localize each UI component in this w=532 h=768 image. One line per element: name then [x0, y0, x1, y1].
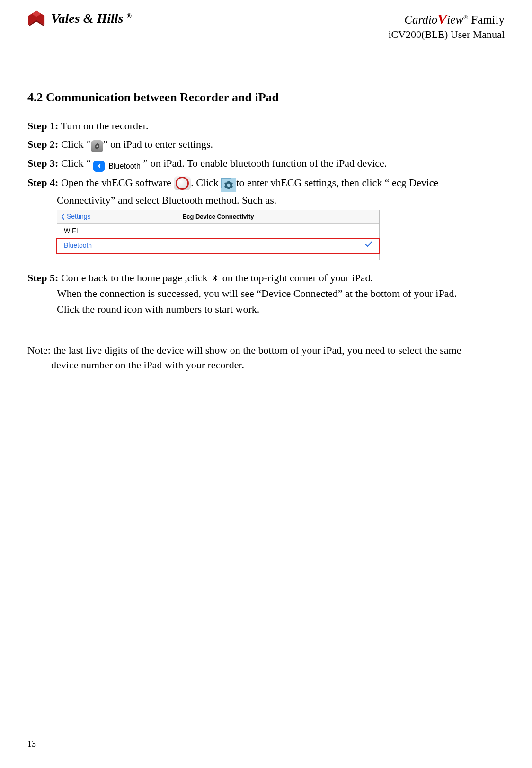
step2-pre: Click “ [58, 138, 90, 150]
screenshot-navbar: Settings Ecg Device Connectivity [57, 210, 379, 224]
chevron-left-icon [60, 214, 66, 220]
ios-settings-icon [91, 140, 103, 152]
step4-line2: Connectivity” and select Bluetooth metho… [27, 192, 505, 208]
step3-label: Step 3: [27, 157, 58, 169]
step5-line3: Click the round icon with numbers to sta… [27, 301, 505, 317]
product-reg: ® [463, 14, 468, 21]
step4-pre: Open the vhECG software [58, 177, 174, 188]
step4-label: Step 4: [27, 177, 58, 188]
step-5: Step 5: Come back to the home page ,clic… [27, 270, 505, 317]
brand-logo: Vales & Hills ® [27, 9, 132, 27]
svg-point-4 [96, 145, 98, 147]
back-label: Settings [67, 212, 91, 222]
page-number: 13 [27, 739, 36, 749]
product-prefix: Cardio [404, 13, 437, 26]
back-to-settings[interactable]: Settings [57, 212, 91, 222]
brand-regmark: ® [126, 12, 131, 19]
bluetooth-option-row[interactable]: Bluetooth [57, 239, 379, 253]
step4-post: to enter vhECG settings, then click “ ec… [236, 177, 438, 188]
step3-pre: Click “ [58, 157, 93, 169]
step2-label: Step 2: [27, 138, 58, 150]
wifi-option-label: WIFI [64, 226, 78, 236]
step3-post: ” on iPad. To enable bluetooth function … [141, 157, 387, 169]
note-line2: device number on the iPad with your reco… [27, 357, 505, 373]
step-1: Step 1: Turn on the recorder. [27, 118, 505, 134]
page-header: Vales & Hills ® CardioView® Family iCV20… [27, 9, 505, 45]
step4-mid: . Click [191, 177, 221, 188]
checkmark-icon [365, 241, 372, 250]
step1-text: Turn on the recorder. [58, 120, 148, 132]
step5-post: on the top-right corner of your iPad. [220, 272, 373, 284]
step-2: Step 2: Click “ ” on iPad to enter setti… [27, 136, 505, 152]
step2-post: ” on iPad to enter settings. [103, 138, 213, 150]
bluetooth-glyph-icon [210, 273, 220, 285]
step-4: Step 4: Open the vhECG software . Click … [27, 175, 505, 260]
manual-line: iCV200(BLE) User Manual [388, 28, 505, 42]
step1-label: Step 1: [27, 120, 58, 132]
product-suffix: iew [447, 13, 463, 26]
brand-logo-mark [27, 9, 45, 27]
screenshot-title: Ecg Device Connectivity [57, 212, 379, 222]
bluetooth-settings-item: Bluetooth [93, 161, 141, 172]
vhecg-app-icon [174, 176, 191, 190]
section-title: 4.2 Communication between Recorder and i… [27, 90, 505, 105]
vhecg-settings-gear-icon [221, 178, 236, 192]
bluetooth-label: Bluetooth [108, 161, 141, 172]
bluetooth-icon [93, 161, 105, 172]
product-tail: Family [468, 13, 505, 26]
header-right: CardioView® Family iCV200(BLE) User Manu… [388, 9, 505, 42]
brand-name-text: Vales & Hills [51, 11, 123, 26]
screenshot-footer [57, 253, 379, 260]
step5-line2: When the connection is successed, you wi… [27, 286, 505, 301]
ecg-connectivity-screenshot: Settings Ecg Device Connectivity WIFI Bl… [57, 210, 380, 260]
step-3: Step 3: Click “ Bluetooth ” on iPad. To … [27, 155, 505, 172]
step5-label: Step 5: [27, 272, 58, 284]
wifi-option-row[interactable]: WIFI [57, 224, 379, 239]
product-v: V [437, 11, 447, 27]
note-block: Note: the last five digits of the device… [27, 343, 505, 373]
step5-pre: Come back to the home page ,click [58, 272, 210, 284]
bluetooth-option-label: Bluetooth [64, 241, 92, 250]
brand-name: Vales & Hills ® [51, 11, 132, 26]
page-body: 4.2 Communication between Recorder and i… [27, 45, 505, 373]
product-line: CardioView® Family [388, 9, 505, 28]
note-line1: Note: the last five digits of the device… [27, 344, 461, 356]
